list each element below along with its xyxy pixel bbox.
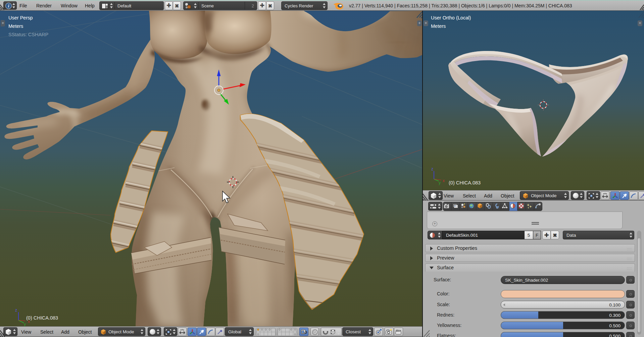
svg-text:z: z	[15, 308, 17, 313]
svg-text:z: z	[431, 167, 433, 171]
svg-text:x: x	[443, 178, 445, 183]
svg-text:y: y	[24, 322, 26, 326]
svg-text:y: y	[439, 180, 441, 185]
